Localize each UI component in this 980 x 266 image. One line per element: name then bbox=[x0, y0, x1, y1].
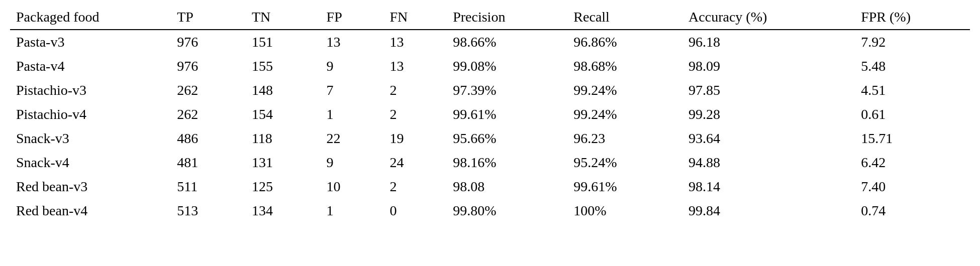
cell-name: Pistachio-v3 bbox=[10, 78, 171, 102]
table-row: Snack-v3486118221995.66%96.2393.6415.71 bbox=[10, 126, 970, 151]
cell-fpr: 4.51 bbox=[855, 78, 970, 102]
cell-fp: 10 bbox=[321, 175, 384, 199]
cell-precision: 99.80% bbox=[447, 199, 567, 223]
cell-fp: 9 bbox=[321, 54, 384, 78]
header-fp: FP bbox=[321, 5, 384, 30]
cell-tp: 481 bbox=[171, 151, 246, 175]
table-body: Pasta-v3976151131398.66%96.86%96.187.92P… bbox=[10, 30, 970, 223]
cell-accuracy: 96.18 bbox=[682, 30, 855, 54]
cell-accuracy: 97.85 bbox=[682, 78, 855, 102]
cell-recall: 100% bbox=[567, 199, 682, 223]
cell-fn: 2 bbox=[383, 102, 447, 126]
header-precision: Precision bbox=[447, 5, 567, 30]
cell-fn: 13 bbox=[383, 54, 447, 78]
cell-recall: 96.86% bbox=[567, 30, 682, 54]
cell-tp: 511 bbox=[171, 175, 246, 199]
cell-tp: 262 bbox=[171, 78, 246, 102]
cell-tn: 134 bbox=[246, 199, 321, 223]
cell-fn: 2 bbox=[383, 175, 447, 199]
cell-fp: 1 bbox=[321, 199, 384, 223]
cell-accuracy: 98.14 bbox=[682, 175, 855, 199]
header-recall: Recall bbox=[567, 5, 682, 30]
cell-fpr: 5.48 bbox=[855, 54, 970, 78]
cell-recall: 95.24% bbox=[567, 151, 682, 175]
cell-precision: 98.66% bbox=[447, 30, 567, 54]
cell-fp: 9 bbox=[321, 151, 384, 175]
cell-recall: 99.61% bbox=[567, 175, 682, 199]
table-row: Red bean-v351112510298.0899.61%98.147.40 bbox=[10, 175, 970, 199]
cell-fn: 24 bbox=[383, 151, 447, 175]
header-row: Packaged food TP TN FP FN Precision Reca… bbox=[10, 5, 970, 30]
cell-precision: 98.16% bbox=[447, 151, 567, 175]
cell-fn: 19 bbox=[383, 126, 447, 151]
header-tn: TN bbox=[246, 5, 321, 30]
cell-recall: 96.23 bbox=[567, 126, 682, 151]
cell-fn: 13 bbox=[383, 30, 447, 54]
header-category: Packaged food bbox=[10, 5, 171, 30]
cell-tn: 131 bbox=[246, 151, 321, 175]
table-row: Red bean-v45131341099.80%100%99.840.74 bbox=[10, 199, 970, 223]
cell-fp: 1 bbox=[321, 102, 384, 126]
cell-name: Pasta-v4 bbox=[10, 54, 171, 78]
cell-precision: 99.61% bbox=[447, 102, 567, 126]
cell-accuracy: 93.64 bbox=[682, 126, 855, 151]
cell-fpr: 0.61 bbox=[855, 102, 970, 126]
cell-tp: 976 bbox=[171, 30, 246, 54]
cell-recall: 99.24% bbox=[567, 102, 682, 126]
cell-precision: 95.66% bbox=[447, 126, 567, 151]
table-row: Pasta-v3976151131398.66%96.86%96.187.92 bbox=[10, 30, 970, 54]
cell-fp: 7 bbox=[321, 78, 384, 102]
cell-accuracy: 99.28 bbox=[682, 102, 855, 126]
cell-precision: 97.39% bbox=[447, 78, 567, 102]
cell-tp: 976 bbox=[171, 54, 246, 78]
cell-tp: 262 bbox=[171, 102, 246, 126]
cell-fp: 13 bbox=[321, 30, 384, 54]
cell-name: Snack-v4 bbox=[10, 151, 171, 175]
cell-recall: 98.68% bbox=[567, 54, 682, 78]
cell-recall: 99.24% bbox=[567, 78, 682, 102]
cell-name: Pasta-v3 bbox=[10, 30, 171, 54]
cell-fp: 22 bbox=[321, 126, 384, 151]
cell-tn: 154 bbox=[246, 102, 321, 126]
table-row: Snack-v448113192498.16%95.24%94.886.42 bbox=[10, 151, 970, 175]
cell-fpr: 6.42 bbox=[855, 151, 970, 175]
header-fpr: FPR (%) bbox=[855, 5, 970, 30]
cell-tn: 118 bbox=[246, 126, 321, 151]
cell-tp: 513 bbox=[171, 199, 246, 223]
header-tp: TP bbox=[171, 5, 246, 30]
cell-name: Red bean-v3 bbox=[10, 175, 171, 199]
cell-accuracy: 94.88 bbox=[682, 151, 855, 175]
cell-tp: 486 bbox=[171, 126, 246, 151]
cell-fn: 2 bbox=[383, 78, 447, 102]
cell-name: Snack-v3 bbox=[10, 126, 171, 151]
cell-precision: 99.08% bbox=[447, 54, 567, 78]
table-row: Pasta-v497615591399.08%98.68%98.095.48 bbox=[10, 54, 970, 78]
cell-accuracy: 99.84 bbox=[682, 199, 855, 223]
cell-name: Pistachio-v4 bbox=[10, 102, 171, 126]
cell-tn: 151 bbox=[246, 30, 321, 54]
cell-accuracy: 98.09 bbox=[682, 54, 855, 78]
cell-tn: 125 bbox=[246, 175, 321, 199]
cell-tn: 148 bbox=[246, 78, 321, 102]
cell-precision: 98.08 bbox=[447, 175, 567, 199]
table-row: Pistachio-v32621487297.39%99.24%97.854.5… bbox=[10, 78, 970, 102]
header-accuracy: Accuracy (%) bbox=[682, 5, 855, 30]
cell-fn: 0 bbox=[383, 199, 447, 223]
cell-fpr: 7.92 bbox=[855, 30, 970, 54]
cell-name: Red bean-v4 bbox=[10, 199, 171, 223]
cell-tn: 155 bbox=[246, 54, 321, 78]
cell-fpr: 0.74 bbox=[855, 199, 970, 223]
cell-fpr: 15.71 bbox=[855, 126, 970, 151]
header-fn: FN bbox=[383, 5, 447, 30]
results-table: Packaged food TP TN FP FN Precision Reca… bbox=[10, 5, 970, 223]
cell-fpr: 7.40 bbox=[855, 175, 970, 199]
table-row: Pistachio-v42621541299.61%99.24%99.280.6… bbox=[10, 102, 970, 126]
